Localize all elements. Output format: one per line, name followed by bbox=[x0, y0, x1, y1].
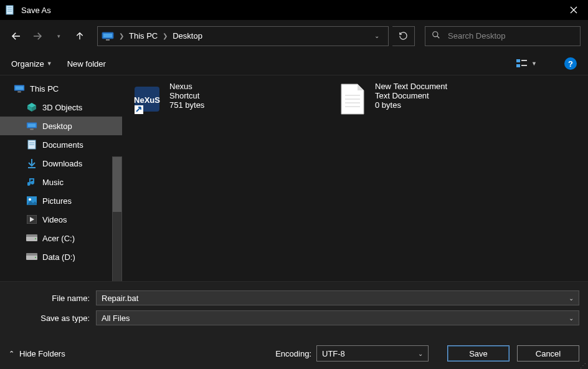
back-button[interactable] bbox=[7, 27, 25, 45]
breadcrumb-current[interactable]: Desktop bbox=[169, 31, 206, 41]
tree-drive-d[interactable]: Data (D:) bbox=[0, 247, 122, 266]
view-options-button[interactable]: ▼ bbox=[516, 59, 537, 69]
file-name: Nexus bbox=[169, 82, 204, 91]
sidebar: This PC 3D Objects Desktop Documents Dow… bbox=[0, 75, 122, 281]
downloads-icon bbox=[26, 158, 37, 168]
resize-grip[interactable]: ⋰ bbox=[580, 364, 587, 368]
file-size: 0 bytes bbox=[375, 100, 447, 110]
svg-rect-38 bbox=[26, 234, 37, 237]
save-as-type-select[interactable]: All Files ⌄ bbox=[96, 310, 579, 325]
videos-icon bbox=[26, 214, 37, 224]
chevron-down-icon[interactable]: ⌄ bbox=[569, 295, 574, 302]
chevron-down-icon: ▼ bbox=[531, 60, 537, 67]
chevron-up-icon: ⌃ bbox=[9, 350, 14, 358]
tree-music[interactable]: Music bbox=[0, 173, 122, 191]
tree-downloads[interactable]: Downloads bbox=[0, 154, 122, 173]
svg-point-39 bbox=[35, 238, 36, 239]
svg-rect-41 bbox=[26, 253, 37, 256]
music-icon bbox=[26, 177, 37, 187]
help-button[interactable]: ? bbox=[564, 57, 577, 70]
desktop-icon bbox=[26, 121, 37, 131]
tree-3d-objects[interactable]: 3D Objects bbox=[0, 98, 122, 117]
encoding-select[interactable]: UTF-8 ⌄ bbox=[316, 345, 429, 362]
save-button[interactable]: Save bbox=[447, 345, 510, 362]
cube-icon bbox=[26, 102, 37, 112]
search-input[interactable]: Search Desktop bbox=[425, 26, 581, 46]
drive-icon bbox=[26, 252, 37, 262]
chevron-right-icon[interactable]: ❯ bbox=[118, 32, 125, 39]
this-pc-icon bbox=[14, 84, 25, 93]
folder-tree: This PC 3D Objects Desktop Documents Dow… bbox=[0, 75, 122, 266]
save-as-type-label: Save as type: bbox=[9, 314, 96, 323]
file-list[interactable]: NeXuS Nexus Shortcut 751 bytes New Text … bbox=[122, 75, 588, 281]
svg-rect-19 bbox=[16, 86, 24, 89]
file-name-label: File name: bbox=[9, 294, 96, 303]
address-dropdown-icon[interactable]: ⌄ bbox=[369, 32, 384, 39]
recent-dropdown-icon[interactable]: ▾ bbox=[50, 27, 67, 45]
chevron-down-icon: ▼ bbox=[47, 60, 52, 67]
chevron-down-icon[interactable]: ⌄ bbox=[569, 315, 574, 322]
file-item-new-text-document[interactable]: New Text Document Text Document 0 bytes bbox=[338, 82, 512, 117]
toolbar: Organize ▼ New folder ▼ ? bbox=[0, 52, 588, 75]
drive-icon bbox=[26, 233, 37, 243]
svg-text:NeXuS: NeXuS bbox=[134, 95, 160, 105]
encoding-label: Encoding: bbox=[275, 349, 311, 358]
file-size: 751 bytes bbox=[169, 100, 204, 110]
new-folder-button[interactable]: New folder bbox=[67, 59, 106, 69]
forward-button[interactable] bbox=[29, 27, 46, 45]
svg-marker-47 bbox=[358, 84, 364, 90]
notepad-icon bbox=[5, 5, 15, 15]
text-file-icon bbox=[338, 82, 368, 117]
chevron-right-icon[interactable]: ❯ bbox=[161, 32, 169, 39]
svg-rect-16 bbox=[521, 60, 527, 61]
file-item-nexus[interactable]: NeXuS Nexus Shortcut 751 bytes bbox=[132, 82, 306, 117]
organize-button[interactable]: Organize ▼ bbox=[11, 59, 52, 69]
file-name-input[interactable]: Repair.bat ⌄ bbox=[96, 290, 579, 305]
svg-rect-17 bbox=[521, 65, 527, 66]
svg-rect-20 bbox=[17, 92, 21, 93]
refresh-button[interactable] bbox=[392, 26, 415, 46]
save-fields: File name: Repair.bat ⌄ Save as type: Al… bbox=[0, 282, 588, 335]
tree-desktop[interactable]: Desktop bbox=[0, 117, 122, 135]
main-area: This PC 3D Objects Desktop Documents Dow… bbox=[0, 75, 588, 282]
dialog-footer: ⌃ Hide Folders Encoding: UTF-8 ⌄ Save Ca… bbox=[0, 335, 588, 369]
file-type: Text Document bbox=[375, 91, 447, 100]
tree-videos[interactable]: Videos bbox=[0, 210, 122, 229]
save-as-dialog: Save As ▾ ❯ This PC ❯ Desktop ⌄ bbox=[0, 0, 588, 369]
sidebar-scrollbar[interactable] bbox=[112, 156, 122, 281]
view-icon bbox=[516, 59, 528, 69]
close-button[interactable] bbox=[559, 0, 588, 20]
this-pc-icon bbox=[102, 32, 114, 41]
tree-drive-c[interactable]: Acer (C:) bbox=[0, 229, 122, 247]
chevron-down-icon[interactable]: ⌄ bbox=[418, 350, 423, 357]
cancel-button[interactable]: Cancel bbox=[517, 345, 579, 362]
window-title: Save As bbox=[21, 6, 559, 15]
documents-icon bbox=[26, 140, 37, 150]
breadcrumb-root[interactable]: This PC bbox=[125, 31, 161, 41]
titlebar: Save As bbox=[0, 0, 588, 20]
svg-rect-14 bbox=[516, 59, 520, 62]
svg-rect-10 bbox=[103, 34, 112, 37]
tree-documents[interactable]: Documents bbox=[0, 135, 122, 154]
tree-pictures[interactable]: Pictures bbox=[0, 191, 122, 210]
svg-rect-11 bbox=[106, 39, 110, 41]
svg-rect-25 bbox=[28, 123, 36, 127]
file-type: Shortcut bbox=[169, 91, 204, 100]
svg-point-12 bbox=[433, 32, 438, 37]
address-bar[interactable]: ❯ This PC ❯ Desktop ⌄ bbox=[97, 26, 389, 46]
svg-point-33 bbox=[29, 198, 31, 201]
tree-this-pc[interactable]: This PC bbox=[0, 79, 122, 98]
up-button[interactable] bbox=[71, 27, 88, 45]
file-name: New Text Document bbox=[375, 82, 447, 91]
pictures-icon bbox=[26, 196, 37, 206]
svg-rect-0 bbox=[6, 6, 13, 14]
hide-folders-button[interactable]: ⌃ Hide Folders bbox=[9, 349, 65, 358]
search-placeholder: Search Desktop bbox=[448, 31, 506, 41]
svg-rect-15 bbox=[516, 64, 520, 67]
navigation-bar: ▾ ❯ This PC ❯ Desktop ⌄ Search Desktop bbox=[0, 24, 588, 49]
shortcut-icon: NeXuS bbox=[132, 82, 162, 117]
search-icon bbox=[432, 31, 440, 41]
svg-line-13 bbox=[437, 36, 440, 39]
svg-point-42 bbox=[35, 257, 36, 258]
svg-rect-26 bbox=[30, 129, 33, 130]
